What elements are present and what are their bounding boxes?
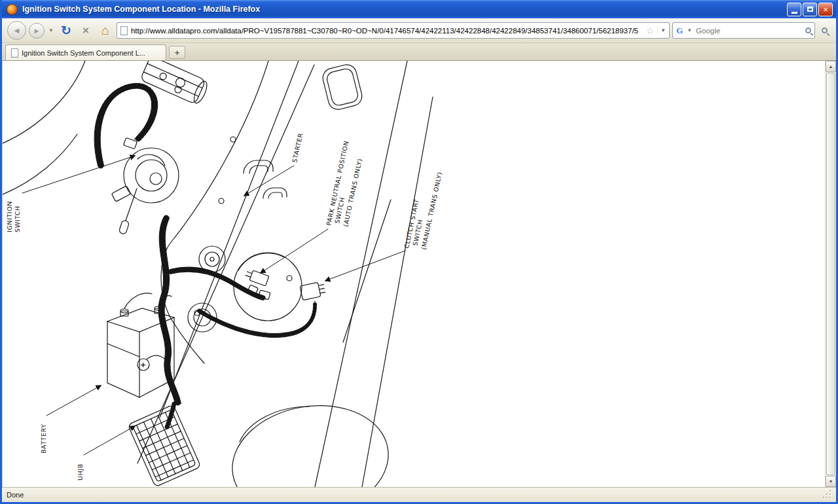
search-box[interactable]: G ▼ <box>672 22 815 39</box>
chevron-down-icon: ▼ <box>48 27 54 33</box>
harness-hook <box>94 86 157 166</box>
tab-label: Ignition Switch System Component L... <box>22 49 160 57</box>
maximize-icon <box>807 7 813 12</box>
tab-ignition-switch[interactable]: Ignition Switch System Component L... <box>5 45 166 60</box>
steering-column <box>140 61 210 106</box>
browser-window: Ignition Switch System Component Locatio… <box>0 0 838 504</box>
back-button[interactable]: ◄ <box>7 21 26 40</box>
url-text[interactable]: http://www.alldatapro.com/alldata/PRO~V1… <box>131 27 643 35</box>
location-bar[interactable]: http://www.alldatapro.com/alldata/PRO~V1… <box>117 22 670 39</box>
scroll-down-icon: ▼ <box>829 479 833 484</box>
resize-grip[interactable] <box>822 491 831 499</box>
firefox-icon <box>7 4 18 15</box>
battery-plus-mark: + <box>140 361 147 369</box>
forward-icon: ► <box>33 27 41 35</box>
content-area: IGNITION SWITCH STARTER PARK NEUTRAL POS… <box>2 61 836 487</box>
home-icon: ⌂ <box>101 23 109 38</box>
diagram-linework <box>3 61 433 487</box>
maximize-button[interactable] <box>803 3 817 16</box>
close-button[interactable]: × <box>818 3 833 16</box>
reload-button[interactable]: ↻ <box>58 22 75 39</box>
page-icon <box>120 26 128 35</box>
close-icon: × <box>823 5 828 14</box>
label-ignition-line1: IGNITION <box>6 201 13 232</box>
stop-button[interactable]: × <box>77 22 94 39</box>
page-viewport: IGNITION SWITCH STARTER PARK NEUTRAL POS… <box>2 61 825 487</box>
new-tab-button[interactable]: + <box>169 46 185 59</box>
plus-icon: + <box>175 48 180 58</box>
location-dropdown-button[interactable]: ▼ <box>657 27 666 33</box>
scrollbar-thumb[interactable] <box>826 73 835 475</box>
clutch-start-switch <box>300 281 326 300</box>
main-harness <box>158 218 181 404</box>
search-engine-dropdown[interactable]: ▼ <box>685 27 693 33</box>
back-icon: ◄ <box>12 26 21 35</box>
status-text: Done <box>7 491 24 499</box>
pnp-switch <box>245 268 269 286</box>
forward-button[interactable]: ► <box>29 23 45 39</box>
label-ignition-line2: SWITCH <box>14 206 21 232</box>
search-magnifier-icon[interactable] <box>805 27 811 33</box>
pnp-branch <box>170 267 270 300</box>
label-battery: BATTERY <box>40 423 47 454</box>
reload-icon: ↻ <box>61 23 71 38</box>
search-input[interactable] <box>696 27 803 35</box>
scroll-up-button[interactable]: ▲ <box>826 61 836 72</box>
title-bar[interactable]: Ignition Switch System Component Locatio… <box>2 0 836 18</box>
uhjb-cable <box>166 404 174 429</box>
status-bar: Done <box>2 487 836 502</box>
component-location-diagram: IGNITION SWITCH STARTER PARK NEUTRAL POS… <box>3 61 826 487</box>
stop-icon: × <box>82 24 89 37</box>
window-title: Ignition Switch System Component Locatio… <box>18 5 786 14</box>
scroll-up-icon: ▲ <box>829 64 833 69</box>
label-pnp-line3: (AUTO TRANS ONLY) <box>342 158 363 227</box>
tab-page-icon <box>11 48 18 58</box>
home-button[interactable]: ⌂ <box>97 22 114 39</box>
vertical-scrollbar[interactable]: ▲ ▼ <box>825 61 836 487</box>
scroll-down-button[interactable]: ▼ <box>826 476 836 487</box>
chevron-down-icon: ▼ <box>687 27 692 33</box>
label-starter: STARTER <box>291 132 304 163</box>
tab-strip: Ignition Switch System Component L... + <box>2 43 836 61</box>
engine-details <box>175 86 302 332</box>
cowl-vent-opening <box>321 63 364 112</box>
magnifier-icon <box>822 27 828 33</box>
history-dropdown-button[interactable]: ▼ <box>47 27 55 33</box>
bookmark-star-icon[interactable]: ☆ <box>646 26 655 36</box>
google-logo-icon: G <box>676 26 683 36</box>
minimize-button[interactable] <box>787 3 801 16</box>
minimize-icon <box>792 12 797 14</box>
uhjb-fuse-box <box>128 405 201 487</box>
label-clutch-line3: (MANUAL TRANS ONLY) <box>420 171 443 250</box>
label-uhjb: UHJB <box>77 463 84 480</box>
search-go-button[interactable] <box>818 22 831 39</box>
navigation-toolbar: ◄ ► ▼ ↻ × ⌂ http://www.alldatapro.com/al… <box>2 18 836 43</box>
